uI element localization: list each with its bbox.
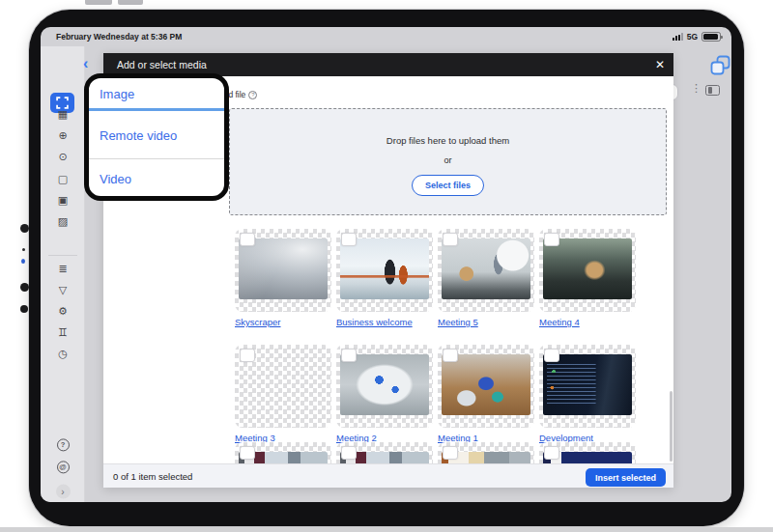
file-icon[interactable]: ▢ (41, 174, 85, 184)
media-link[interactable]: Skyscraper (235, 317, 331, 327)
menu-item-video[interactable]: Video (100, 172, 131, 186)
target-icon[interactable]: ⊙ (41, 152, 85, 162)
insert-selected-button[interactable]: Insert selected (586, 468, 666, 487)
page: February Wednesday at 5:36 PM 5G ▦ ⊕ ⊙ ▢ (0, 0, 773, 532)
media-checkbox[interactable] (240, 233, 255, 246)
help-icon[interactable]: ? (41, 438, 85, 451)
grid-icon[interactable]: ▦ (41, 109, 85, 120)
kebab-menu-icon[interactable]: ⋮ (691, 82, 701, 95)
media-card: Business welcome (336, 229, 433, 327)
network-label: 5G (687, 32, 698, 42)
media-checkbox[interactable] (443, 349, 458, 362)
media-thumbnail (340, 238, 429, 299)
add-file-label: Add file ? (218, 90, 257, 99)
dialog-header: Add or select media ✕ (103, 53, 673, 76)
bezel-camera-dot (20, 283, 29, 292)
help-tooltip-icon[interactable]: ? (248, 91, 257, 99)
layers-icon[interactable]: ≣ (41, 264, 85, 274)
media-thumbnail (442, 354, 530, 415)
media-thumbnail (340, 354, 429, 415)
media-card: Skyscraper (235, 229, 331, 327)
dropzone-text: Drop files here to upload them (230, 135, 666, 146)
media-card: Development (539, 345, 636, 443)
media-checkbox[interactable] (341, 349, 357, 362)
dropzone-or: or (230, 155, 666, 165)
screen: February Wednesday at 5:36 PM 5G ▦ ⊕ ⊙ ▢ (41, 27, 731, 502)
media-checkbox[interactable] (443, 446, 458, 460)
media-checkbox[interactable] (443, 233, 458, 246)
app-sidebar: ▦ ⊕ ⊙ ▢ ▣ ▨ ≣ ▽ ⚙ ♊ ◷ ? @ › (41, 46, 85, 502)
media-checkbox[interactable] (544, 233, 559, 246)
filter-icon[interactable]: ▽ (41, 285, 85, 295)
menu-item-image[interactable]: Image (100, 87, 134, 101)
menu-item-remote-video[interactable]: Remote video (100, 128, 177, 143)
media-link[interactable]: Business welcome (336, 317, 433, 327)
status-datetime: February Wednesday at 5:36 PM (56, 32, 182, 42)
image-icon[interactable]: ▨ (41, 216, 85, 227)
bezel-sensor-dot (22, 248, 25, 251)
expand-chevron-icon[interactable]: › (41, 485, 85, 499)
battery-icon (701, 32, 721, 42)
file-dropzone[interactable]: Drop files here to upload them or Select… (229, 108, 667, 215)
back-chevron-icon[interactable]: ‹ (83, 55, 88, 72)
file-alt-icon[interactable]: ▣ (41, 195, 85, 206)
people-icon[interactable]: ♊ (41, 327, 85, 338)
media-checkbox[interactable] (341, 233, 357, 246)
media-thumbnail (442, 238, 530, 299)
media-checkbox[interactable] (341, 446, 357, 460)
background-window-fragment (85, 0, 112, 5)
media-thumbnail (239, 354, 328, 415)
select-files-button[interactable]: Select files (412, 175, 484, 196)
media-checkbox[interactable] (240, 446, 255, 460)
gear-icon[interactable]: ⚙ (41, 306, 85, 317)
scrollbar-thumb[interactable] (670, 391, 673, 462)
status-right-cluster: 5G (673, 32, 721, 42)
menu-divider (89, 158, 224, 159)
add-circle-icon[interactable]: ⊕ (41, 130, 85, 141)
media-link[interactable]: Meeting 4 (539, 317, 636, 327)
media-checkbox[interactable] (544, 349, 559, 362)
selection-status: 0 of 1 item selected (103, 471, 192, 482)
dialog-footer: 0 of 1 item selected Insert selected (103, 463, 673, 488)
media-link[interactable]: Meeting 5 (438, 317, 534, 327)
bezel-sensor-dot (20, 305, 28, 313)
background-window-fragment (118, 0, 143, 5)
media-checkbox[interactable] (240, 349, 255, 362)
media-card: Meeting 5 (438, 229, 534, 327)
dialog-title: Add or select media (103, 59, 207, 70)
media-card: Meeting 3 (235, 345, 331, 443)
split-view-icon[interactable] (705, 85, 720, 96)
close-icon[interactable]: ✕ (655, 53, 665, 76)
media-card: Meeting 2 (336, 345, 433, 443)
bezel-camera-dot (20, 224, 29, 233)
page-edge-strip (0, 527, 773, 532)
media-card: Meeting 1 (438, 345, 534, 443)
media-thumbnail (543, 238, 632, 299)
media-thumbnail (543, 354, 632, 415)
signal-icon (673, 33, 683, 41)
media-checkbox[interactable] (544, 446, 559, 460)
media-type-menu: Image Remote video Video (89, 78, 224, 196)
active-tab-indicator (89, 108, 224, 111)
account-icon[interactable]: @ (41, 461, 85, 473)
sidebar-divider (48, 255, 77, 256)
clock-icon[interactable]: ◷ (41, 349, 85, 359)
bezel-indicator-dot (21, 259, 25, 264)
media-card: Meeting 4 (539, 229, 636, 327)
ipad-frame: February Wednesday at 5:36 PM 5G ▦ ⊕ ⊙ ▢ (29, 10, 744, 526)
tabs-overview-icon[interactable] (710, 55, 731, 76)
media-thumbnail (239, 238, 328, 299)
